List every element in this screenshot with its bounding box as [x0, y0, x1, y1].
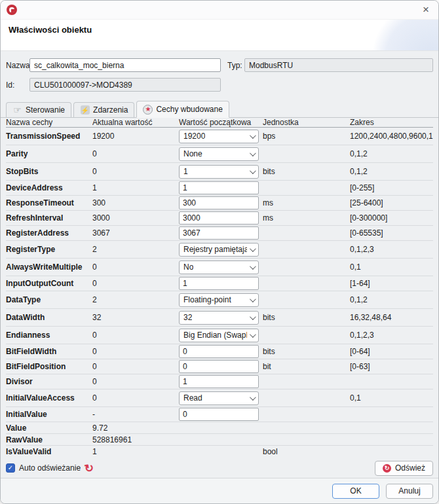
feature-name: DataWidth [6, 313, 92, 322]
current-value: 0 [92, 331, 179, 340]
table-row: ResponseTimeout300ms[25-6400] [6, 196, 433, 211]
initial-value-input[interactable] [179, 196, 259, 209]
range-value: [0-300000] [350, 213, 433, 223]
initial-value-input[interactable] [179, 375, 259, 388]
initial-value-input[interactable] [179, 408, 259, 421]
refresh-button[interactable]: ↻ Odśwież [375, 461, 433, 476]
form-row-name-type: Nazwa: Typ: ModbusRTU [6, 58, 433, 72]
initial-value-cell [179, 196, 263, 209]
initial-value-cell: 1 [179, 165, 263, 179]
current-value: 2 [92, 245, 179, 254]
table-row: Divisor0 [6, 374, 433, 389]
initial-value-cell [179, 345, 263, 358]
initial-value-cell [179, 408, 263, 421]
current-value: 2 [92, 295, 179, 304]
name-input[interactable] [29, 58, 221, 72]
feature-name: StopBits [6, 167, 92, 176]
initial-value-input[interactable] [179, 226, 259, 240]
range-value: [0-63] [350, 362, 433, 371]
table-row: Endianness0Big Endian (SwapBytesAr0,1,2,… [6, 327, 433, 344]
current-value: 3067 [92, 228, 179, 238]
current-value: 0 [92, 393, 179, 403]
unit-value: bps [263, 132, 350, 141]
initial-value-cell [179, 226, 263, 240]
initial-value-cell: Floating-point [179, 293, 263, 307]
tab-label: Sterowanie [26, 105, 65, 115]
unit-value: bool [263, 447, 350, 456]
table-row: BitFieldPosition0bit[0-63] [6, 359, 433, 374]
initial-value-dropdown[interactable]: Big Endian (SwapBytesAr [179, 329, 259, 342]
column-header-unit: Jednostka [263, 118, 350, 127]
range-value: 0,1,2 [350, 149, 433, 158]
initial-value-dropdown[interactable]: 1 [179, 165, 259, 179]
initial-value-dropdown[interactable]: 19200 [179, 130, 259, 143]
initial-value-dropdown[interactable]: None [179, 147, 259, 161]
column-header-current: Aktualna wartość [92, 118, 179, 127]
initial-value-input[interactable] [179, 211, 259, 225]
range-value: [0-64] [350, 347, 433, 356]
initial-value-input[interactable] [179, 181, 259, 194]
initial-value-input[interactable] [179, 345, 259, 358]
unit-value: ms [263, 213, 350, 223]
feature-name: Divisor [6, 377, 92, 386]
initial-value-cell [179, 211, 263, 225]
tab-cechy-wbudowane[interactable]: ★Cechy wbudowane [136, 101, 229, 118]
current-value: 32 [92, 313, 179, 322]
unit-value: bit [263, 362, 350, 371]
ok-button[interactable]: OK [332, 484, 379, 499]
type-label: Typ: [227, 61, 244, 70]
chevron-down-icon [250, 314, 256, 320]
form-area: Nazwa: Typ: ModbusRTU Id: CLU501000097->… [1, 51, 438, 100]
feature-name: BitFieldWidth [6, 347, 92, 356]
range-value: 0,1,2,3 [350, 331, 433, 340]
feature-name: InputOutputCount [6, 279, 92, 288]
initial-value-cell: None [179, 147, 263, 161]
range-value: 0,1 [350, 393, 433, 403]
feature-name: ResponseTimeout [6, 198, 92, 207]
table-row: DataWidth3232bits16,32,48,64 [6, 309, 433, 327]
tabs-bar: ☞Sterowanie⚡Zdarzenia★Cechy wbudowane [1, 100, 438, 118]
table-row: RawValue528816961 [6, 434, 433, 446]
auto-refresh-group: ✓ Auto odświeżanie ↻ [6, 463, 94, 473]
feature-name: RegisterType [6, 245, 92, 254]
chevron-down-icon [250, 296, 256, 302]
chevron-down-icon [250, 331, 256, 338]
initial-value-cell: Big Endian (SwapBytesAr [179, 329, 263, 342]
table-row: BitFieldWidth0bits[0-64] [6, 344, 433, 359]
type-field: ModbusRTU [244, 58, 433, 72]
feature-name: RegisterAddress [6, 228, 92, 238]
page-title: Właściwości obiektu [9, 25, 430, 35]
tab-zdarzenia[interactable]: ⚡Zdarzenia [73, 102, 134, 117]
auto-refresh-checkbox[interactable]: ✓ [6, 463, 15, 473]
current-value: 1 [92, 447, 179, 456]
auto-refresh-bar: ✓ Auto odświeżanie ↻ ↻ Odśwież [1, 457, 438, 478]
feature-name: RawValue [6, 435, 92, 444]
feature-name: InitialValueAccess [6, 393, 92, 403]
initial-value-input[interactable] [179, 277, 259, 290]
initial-value-input[interactable] [179, 360, 259, 373]
table-row: RegisterType2Rejestry pamiętające (ho0,1… [6, 241, 433, 259]
initial-value-dropdown[interactable]: Read [179, 391, 259, 405]
initial-value-dropdown[interactable]: Rejestry pamiętające (ho [179, 243, 259, 257]
range-value: [0-65535] [350, 228, 433, 238]
initial-value-cell [179, 360, 263, 373]
range-value: [25-6400] [350, 198, 433, 207]
unit-value: bits [263, 167, 350, 176]
tab-sterowanie[interactable]: ☞Sterowanie [6, 102, 71, 117]
range-value: 0,1,2,3 [350, 245, 433, 254]
initial-value-cell: Read [179, 391, 263, 405]
chevron-down-icon [250, 150, 256, 156]
table-header: Nazwa cechy Aktualna wartość Wartość poc… [6, 118, 433, 128]
cancel-button[interactable]: Anuluj [386, 484, 433, 499]
close-icon[interactable]: × [421, 5, 430, 15]
initial-value-dropdown[interactable]: Floating-point [179, 293, 259, 307]
auto-refresh-icon: ↻ [84, 462, 95, 473]
current-value: 528816961 [92, 435, 179, 444]
initial-value-dropdown[interactable]: 32 [179, 311, 259, 325]
initial-value-dropdown[interactable]: No [179, 261, 259, 274]
table-row: RefreshInterval3000ms[0-300000] [6, 211, 433, 226]
current-value: 9.72 [92, 423, 179, 433]
current-value: 0 [92, 262, 179, 272]
refresh-button-label: Odśwież [395, 463, 425, 473]
table-row: DataType2Floating-point0,1,2 [6, 291, 433, 309]
